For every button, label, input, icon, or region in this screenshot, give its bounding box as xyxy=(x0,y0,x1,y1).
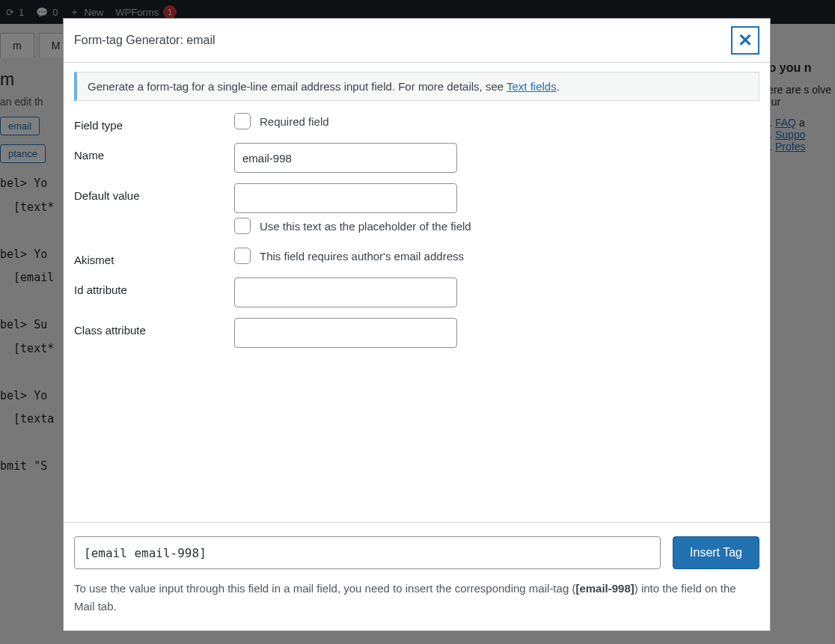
akismet-label: Akismet xyxy=(74,248,234,266)
required-label: Required field xyxy=(260,115,329,128)
default-value-input[interactable] xyxy=(234,183,457,213)
modal-header: Form-tag Generator: email ✕ xyxy=(64,19,770,63)
required-checkbox[interactable] xyxy=(234,113,251,129)
modal-title: Form-tag Generator: email xyxy=(74,34,215,47)
placeholder-checkbox-row[interactable]: Use this text as the placeholder of the … xyxy=(234,218,759,234)
field-type-label: Field type xyxy=(74,113,234,132)
class-attribute-input[interactable] xyxy=(234,318,457,348)
placeholder-checkbox[interactable] xyxy=(234,218,251,234)
insert-tag-button[interactable]: Insert Tag xyxy=(673,536,759,569)
id-attribute-input[interactable] xyxy=(234,277,457,307)
info-notice: Generate a form-tag for a single-line em… xyxy=(74,72,759,101)
close-button[interactable]: ✕ xyxy=(731,26,759,55)
akismet-checkbox[interactable] xyxy=(234,248,251,264)
class-attribute-label: Class attribute xyxy=(74,318,234,337)
text-fields-link[interactable]: Text fields xyxy=(507,80,557,93)
mail-tag-code: [email-998] xyxy=(575,582,634,595)
akismet-text: This field requires author's email addre… xyxy=(260,250,464,263)
form-body: Field type Required field Name Default v… xyxy=(64,113,770,522)
akismet-checkbox-row[interactable]: This field requires author's email addre… xyxy=(234,248,759,264)
modal-footer: Insert Tag To use the value input throug… xyxy=(64,522,770,631)
default-value-label: Default value xyxy=(74,183,234,202)
shortcode-output[interactable] xyxy=(74,536,661,569)
close-icon: ✕ xyxy=(738,30,753,51)
form-tag-generator-modal: Form-tag Generator: email ✕ Generate a f… xyxy=(63,18,771,631)
required-checkbox-row[interactable]: Required field xyxy=(234,113,759,129)
footer-note: To use the value input through this fiel… xyxy=(74,580,759,616)
name-input[interactable] xyxy=(234,143,457,173)
placeholder-label: Use this text as the placeholder of the … xyxy=(260,220,471,233)
id-attribute-label: Id attribute xyxy=(74,277,234,296)
name-label: Name xyxy=(74,143,234,162)
notice-text: Generate a form-tag for a single-line em… xyxy=(88,80,507,93)
